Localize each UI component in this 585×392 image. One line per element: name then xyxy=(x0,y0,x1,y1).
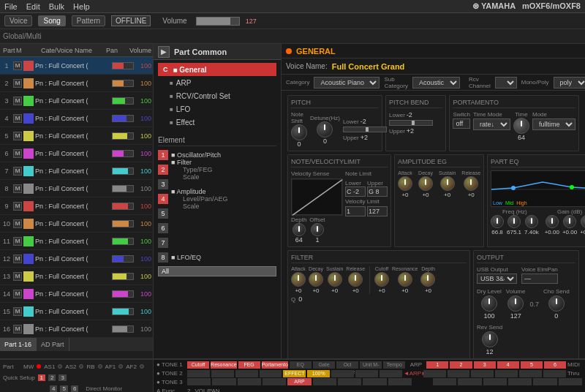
tree-effect[interactable]: ■ Effect xyxy=(167,116,276,129)
cho-send-knob[interactable] xyxy=(548,295,565,312)
tone3-c9[interactable] xyxy=(388,378,412,385)
part-m-btn-1[interactable]: M xyxy=(13,61,22,70)
menu-help[interactable]: Help xyxy=(73,2,90,11)
part-color-btn-5[interactable] xyxy=(23,131,34,141)
part-row-13[interactable]: 13 M Pn : Full Concert ( 100 xyxy=(0,268,153,285)
elem-btn-5[interactable]: 5 xyxy=(158,208,168,219)
part-row-14[interactable]: 14 M Pn : Full Concert ( 100 xyxy=(0,285,153,303)
nav-arrow[interactable]: ▶ xyxy=(158,46,170,58)
port-time-knob[interactable] xyxy=(513,118,529,134)
part-row-11[interactable]: 11 M Pn : Full Concert ( 100 xyxy=(0,233,153,250)
tone3-arp-1[interactable] xyxy=(433,378,456,385)
quick-setup-btn-5[interactable]: 5 xyxy=(60,385,67,392)
category-dropdown[interactable]: Acoustic Piano xyxy=(314,77,380,88)
elem-btn-1[interactable]: 1 xyxy=(158,150,168,160)
tone2-arp-4[interactable] xyxy=(495,370,518,377)
amp-release-knob[interactable] xyxy=(464,176,478,191)
tone1-arp-2[interactable]: 2 xyxy=(450,361,472,369)
tone1-resonance[interactable]: Resonance xyxy=(211,361,236,369)
part-row-4[interactable]: 4 M Pn : Full Concert ( 100 xyxy=(0,110,153,127)
song-mode-btn[interactable]: Song xyxy=(38,15,65,26)
tone1-oct[interactable]: Oct Range xyxy=(336,361,358,369)
part-m-btn-2[interactable]: M xyxy=(13,79,22,88)
tone2-c8[interactable] xyxy=(355,370,378,377)
part-color-btn-10[interactable] xyxy=(23,219,34,229)
filter-attack-knob[interactable] xyxy=(291,272,306,287)
tone1-tempo[interactable]: Tempo xyxy=(383,361,405,369)
part-row-16[interactable]: 16 M Pn : Full Concert ( 100 xyxy=(0,320,153,338)
part-fader-15[interactable] xyxy=(112,308,134,315)
part-m-btn-4[interactable]: M xyxy=(13,114,22,123)
part-m-btn-15[interactable]: M xyxy=(13,307,22,316)
tone1-arp-1[interactable]: 1 xyxy=(426,361,448,369)
part-fader-2[interactable] xyxy=(112,80,134,87)
tone1-gate[interactable]: Gate Time xyxy=(313,361,335,369)
part-m-btn-12[interactable]: M xyxy=(13,255,22,263)
vel-upper[interactable]: 127 xyxy=(367,206,388,216)
tone1-unit[interactable]: Unit M-ply xyxy=(360,361,382,369)
sub-category-dropdown[interactable]: Acoustic xyxy=(412,77,460,88)
tree-general[interactable]: C ■ General xyxy=(158,63,276,76)
part-row-10[interactable]: 10 M Pn : Full Concert ( 100 xyxy=(0,215,153,233)
amp-sustain-knob[interactable] xyxy=(440,176,455,191)
tone3-c3[interactable] xyxy=(238,378,261,385)
quick-setup-btn-1[interactable]: 1 xyxy=(38,374,45,381)
eq-freq-low-knob[interactable] xyxy=(491,215,504,228)
dry-level-knob[interactable] xyxy=(481,295,497,312)
part-row-7[interactable]: 7 M Pn : Full Concert ( 100 xyxy=(0,162,153,180)
filter-sustain-knob[interactable] xyxy=(328,272,342,287)
vel-lower[interactable]: 1 xyxy=(345,206,366,216)
tone2-c2[interactable] xyxy=(211,370,234,377)
tone1-arp-4[interactable]: 4 xyxy=(497,361,519,369)
tone3-c8[interactable] xyxy=(363,378,386,385)
depth-knob[interactable] xyxy=(292,223,306,236)
menu-file[interactable]: File xyxy=(4,2,18,11)
part-fader-11[interactable] xyxy=(112,238,134,245)
vol-knob[interactable] xyxy=(507,295,524,312)
tone3-arp-2[interactable] xyxy=(458,378,481,385)
volume-slider[interactable] xyxy=(196,17,240,26)
note-shift-knob[interactable] xyxy=(291,124,307,140)
tone2-arp-5[interactable] xyxy=(519,370,542,377)
part-row-8[interactable]: 8 M Pn : Full Concert ( 100 xyxy=(0,180,153,197)
tone2-arp-3[interactable] xyxy=(471,370,494,377)
part-m-btn-9[interactable]: M xyxy=(13,202,22,211)
elem-btn-4[interactable]: 4 xyxy=(158,194,168,204)
menu-bulk[interactable]: Bulk xyxy=(49,2,64,11)
quick-setup-btn-4[interactable]: 4 xyxy=(50,385,57,392)
eq-freq-mid-knob[interactable] xyxy=(507,215,521,228)
part-fader-6[interactable] xyxy=(112,150,134,157)
tone2-100[interactable]: 100% xyxy=(307,370,330,377)
filter-cutoff-knob[interactable] xyxy=(374,272,389,287)
part-m-btn-5[interactable]: M xyxy=(13,132,22,140)
pattern-mode-btn[interactable]: Pattern xyxy=(72,15,105,26)
part-color-btn-6[interactable] xyxy=(23,148,34,159)
part-m-btn-8[interactable]: M xyxy=(13,184,22,193)
part-m-btn-11[interactable]: M xyxy=(13,237,22,246)
part-fader-10[interactable] xyxy=(112,220,134,227)
eq-freq-high-knob[interactable] xyxy=(525,215,538,228)
pitch-slider[interactable] xyxy=(343,127,387,132)
filter-res-knob[interactable] xyxy=(398,272,412,287)
part-row-9[interactable]: 9 M Pn : Full Concert ( 100 xyxy=(0,197,153,215)
part-color-btn-7[interactable] xyxy=(23,166,34,176)
part-m-btn-3[interactable]: M xyxy=(13,97,22,105)
port-time-mode[interactable]: rate↓ xyxy=(473,118,510,130)
part-row-6[interactable]: 6 M Pn : Full Concert ( 100 xyxy=(0,145,153,162)
tone1-arp-3[interactable]: 3 xyxy=(474,361,496,369)
detune-knob[interactable] xyxy=(317,121,333,137)
eq-gain-high-knob[interactable] xyxy=(581,215,585,228)
elem-btn-6[interactable]: 6 xyxy=(158,223,168,233)
part-color-btn-16[interactable] xyxy=(23,324,34,334)
part-color-btn-15[interactable] xyxy=(23,306,34,317)
rcv-channel-dropdown[interactable]: 1 xyxy=(495,77,517,88)
part-row-5[interactable]: 5 M Pn : Full Concert ( 100 xyxy=(0,127,153,145)
mono-poly-dropdown[interactable]: poly xyxy=(554,77,585,88)
part-fader-4[interactable] xyxy=(112,115,134,122)
tone3-c1[interactable] xyxy=(187,378,211,385)
part-color-btn-12[interactable] xyxy=(23,254,34,264)
part-color-btn-9[interactable] xyxy=(23,201,34,211)
tone3-arp-5[interactable] xyxy=(533,378,556,385)
filter-release-knob[interactable] xyxy=(348,272,363,287)
tone2-arp-6[interactable] xyxy=(543,370,566,377)
